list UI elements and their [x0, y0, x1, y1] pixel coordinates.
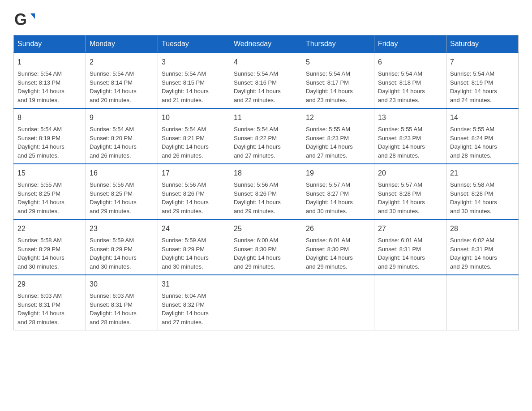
day-number: 3 [162, 57, 226, 68]
calendar-cell: 18Sunrise: 5:56 AMSunset: 8:26 PMDayligh… [230, 164, 302, 219]
logo: G [13, 9, 35, 30]
day-number: 25 [234, 223, 298, 234]
weekday-header-friday: Friday [374, 35, 446, 53]
day-info: Sunrise: 6:00 AMSunset: 8:30 PMDaylight:… [234, 237, 281, 270]
day-info: Sunrise: 5:54 AMSunset: 8:17 PMDaylight:… [306, 70, 353, 103]
calendar-week-1: 1Sunrise: 5:54 AMSunset: 8:13 PMDaylight… [14, 53, 519, 108]
day-number: 7 [450, 57, 515, 68]
day-number: 13 [378, 112, 442, 123]
weekday-header-wednesday: Wednesday [230, 35, 302, 53]
day-number: 1 [17, 57, 82, 68]
day-info: Sunrise: 5:55 AMSunset: 8:25 PMDaylight:… [17, 181, 64, 214]
day-info: Sunrise: 6:04 AMSunset: 8:32 PMDaylight:… [162, 292, 209, 325]
day-info: Sunrise: 6:01 AMSunset: 8:30 PMDaylight:… [306, 237, 353, 270]
calendar-cell: 31Sunrise: 6:04 AMSunset: 8:32 PMDayligh… [158, 275, 230, 330]
calendar-cell: 25Sunrise: 6:00 AMSunset: 8:30 PMDayligh… [230, 219, 302, 275]
day-number: 26 [306, 223, 370, 234]
day-info: Sunrise: 5:56 AMSunset: 8:25 PMDaylight:… [90, 181, 137, 214]
day-info: Sunrise: 5:55 AMSunset: 8:23 PMDaylight:… [306, 126, 353, 159]
day-number: 4 [234, 57, 298, 68]
day-info: Sunrise: 5:54 AMSunset: 8:21 PMDaylight:… [162, 126, 209, 159]
day-info: Sunrise: 6:03 AMSunset: 8:31 PMDaylight:… [90, 292, 137, 325]
calendar-cell: 19Sunrise: 5:57 AMSunset: 8:27 PMDayligh… [302, 164, 374, 219]
calendar-cell: 23Sunrise: 5:59 AMSunset: 8:29 PMDayligh… [86, 219, 158, 275]
day-number: 24 [162, 223, 226, 234]
calendar-cell: 24Sunrise: 5:59 AMSunset: 8:29 PMDayligh… [158, 219, 230, 275]
calendar-cell: 30Sunrise: 6:03 AMSunset: 8:31 PMDayligh… [86, 275, 158, 330]
day-number: 23 [90, 223, 154, 234]
day-info: Sunrise: 5:55 AMSunset: 8:24 PMDaylight:… [450, 126, 497, 159]
day-info: Sunrise: 5:54 AMSunset: 8:20 PMDaylight:… [90, 126, 137, 159]
weekday-header-monday: Monday [86, 35, 158, 53]
day-number: 18 [234, 168, 298, 179]
day-number: 28 [450, 223, 515, 234]
calendar-cell: 16Sunrise: 5:56 AMSunset: 8:25 PMDayligh… [86, 164, 158, 219]
day-info: Sunrise: 5:58 AMSunset: 8:28 PMDaylight:… [450, 181, 497, 214]
day-number: 11 [234, 112, 298, 123]
calendar-header-row: SundayMondayTuesdayWednesdayThursdayFrid… [14, 35, 519, 53]
calendar-cell: 9Sunrise: 5:54 AMSunset: 8:20 PMDaylight… [86, 108, 158, 164]
page-header: G [13, 9, 519, 30]
calendar-table: SundayMondayTuesdayWednesdayThursdayFrid… [13, 35, 519, 330]
calendar-cell: 20Sunrise: 5:57 AMSunset: 8:28 PMDayligh… [374, 164, 446, 219]
calendar-cell: 2Sunrise: 5:54 AMSunset: 8:14 PMDaylight… [86, 53, 158, 108]
calendar-cell [446, 275, 519, 330]
day-number: 21 [450, 168, 515, 179]
day-info: Sunrise: 5:58 AMSunset: 8:29 PMDaylight:… [17, 237, 64, 270]
day-number: 17 [162, 168, 226, 179]
calendar-cell: 1Sunrise: 5:54 AMSunset: 8:13 PMDaylight… [14, 53, 86, 108]
calendar-cell: 11Sunrise: 5:54 AMSunset: 8:22 PMDayligh… [230, 108, 302, 164]
weekday-header-thursday: Thursday [302, 35, 374, 53]
calendar-cell: 22Sunrise: 5:58 AMSunset: 8:29 PMDayligh… [14, 219, 86, 275]
calendar-week-5: 29Sunrise: 6:03 AMSunset: 8:31 PMDayligh… [14, 275, 519, 330]
calendar-cell: 15Sunrise: 5:55 AMSunset: 8:25 PMDayligh… [14, 164, 86, 219]
calendar-cell [230, 275, 302, 330]
day-info: Sunrise: 5:59 AMSunset: 8:29 PMDaylight:… [90, 237, 137, 270]
calendar-cell: 12Sunrise: 5:55 AMSunset: 8:23 PMDayligh… [302, 108, 374, 164]
day-number: 5 [306, 57, 370, 68]
weekday-header-tuesday: Tuesday [158, 35, 230, 53]
calendar-cell: 28Sunrise: 6:02 AMSunset: 8:31 PMDayligh… [446, 219, 519, 275]
day-number: 30 [90, 279, 154, 290]
day-info: Sunrise: 6:02 AMSunset: 8:31 PMDaylight:… [450, 237, 497, 270]
day-number: 29 [17, 279, 82, 290]
day-number: 19 [306, 168, 370, 179]
calendar-cell: 21Sunrise: 5:58 AMSunset: 8:28 PMDayligh… [446, 164, 519, 219]
day-number: 15 [17, 168, 82, 179]
day-info: Sunrise: 5:54 AMSunset: 8:15 PMDaylight:… [162, 70, 209, 103]
day-number: 2 [90, 57, 154, 68]
day-number: 16 [90, 168, 154, 179]
day-number: 12 [306, 112, 370, 123]
calendar-cell: 27Sunrise: 6:01 AMSunset: 8:31 PMDayligh… [374, 219, 446, 275]
day-info: Sunrise: 6:01 AMSunset: 8:31 PMDaylight:… [378, 237, 425, 270]
day-info: Sunrise: 5:54 AMSunset: 8:18 PMDaylight:… [378, 70, 425, 103]
day-info: Sunrise: 5:54 AMSunset: 8:22 PMDaylight:… [234, 126, 281, 159]
calendar-cell: 6Sunrise: 5:54 AMSunset: 8:18 PMDaylight… [374, 53, 446, 108]
day-info: Sunrise: 5:55 AMSunset: 8:23 PMDaylight:… [378, 126, 425, 159]
day-info: Sunrise: 5:59 AMSunset: 8:29 PMDaylight:… [162, 237, 209, 270]
logo-icon: G [13, 9, 35, 30]
calendar-cell [302, 275, 374, 330]
day-number: 27 [378, 223, 442, 234]
day-info: Sunrise: 5:54 AMSunset: 8:13 PMDaylight:… [17, 70, 64, 103]
day-number: 14 [450, 112, 515, 123]
svg-text:G: G [14, 10, 27, 29]
calendar-cell: 4Sunrise: 5:54 AMSunset: 8:16 PMDaylight… [230, 53, 302, 108]
day-info: Sunrise: 5:56 AMSunset: 8:26 PMDaylight:… [234, 181, 281, 214]
calendar-cell: 17Sunrise: 5:56 AMSunset: 8:26 PMDayligh… [158, 164, 230, 219]
calendar-cell [374, 275, 446, 330]
day-number: 6 [378, 57, 442, 68]
day-number: 31 [162, 279, 226, 290]
day-info: Sunrise: 5:57 AMSunset: 8:27 PMDaylight:… [306, 181, 353, 214]
calendar-cell: 14Sunrise: 5:55 AMSunset: 8:24 PMDayligh… [446, 108, 519, 164]
day-info: Sunrise: 5:56 AMSunset: 8:26 PMDaylight:… [162, 181, 209, 214]
day-number: 10 [162, 112, 226, 123]
day-info: Sunrise: 5:54 AMSunset: 8:19 PMDaylight:… [17, 126, 64, 159]
calendar-cell: 5Sunrise: 5:54 AMSunset: 8:17 PMDaylight… [302, 53, 374, 108]
day-number: 20 [378, 168, 442, 179]
weekday-header-saturday: Saturday [446, 35, 519, 53]
day-info: Sunrise: 5:54 AMSunset: 8:14 PMDaylight:… [90, 70, 137, 103]
calendar-cell: 26Sunrise: 6:01 AMSunset: 8:30 PMDayligh… [302, 219, 374, 275]
calendar-cell: 13Sunrise: 5:55 AMSunset: 8:23 PMDayligh… [374, 108, 446, 164]
calendar-week-3: 15Sunrise: 5:55 AMSunset: 8:25 PMDayligh… [14, 164, 519, 219]
